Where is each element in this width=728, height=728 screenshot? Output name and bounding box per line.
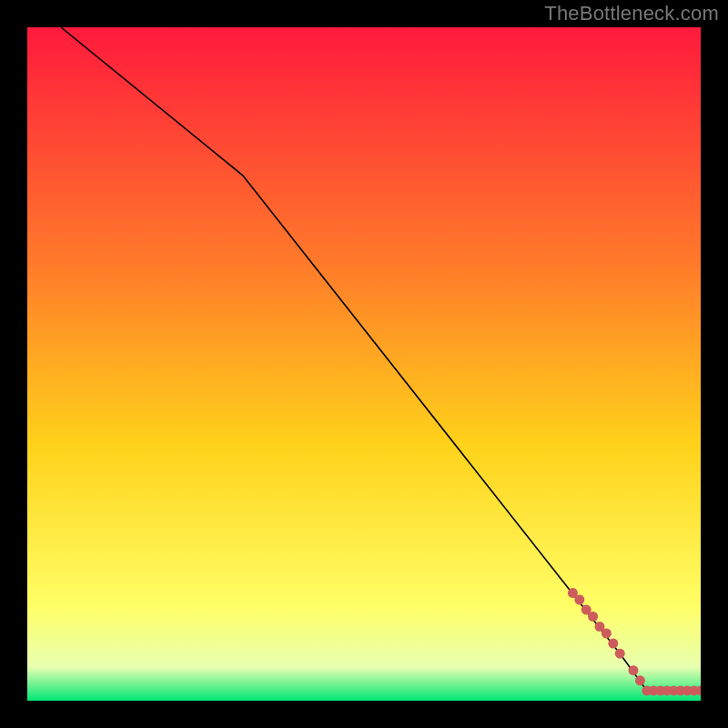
curve-marker <box>602 629 612 639</box>
curve-marker <box>629 665 639 675</box>
curve-marker <box>574 595 584 605</box>
curve-marker <box>608 639 618 649</box>
curve-marker <box>615 649 625 659</box>
curve-marker <box>635 675 645 685</box>
curve-marker <box>588 612 598 622</box>
chart-frame: TheBottleneck.com <box>0 0 728 728</box>
gradient-background <box>27 27 701 701</box>
watermark-text: TheBottleneck.com <box>544 2 719 25</box>
plot-area <box>27 27 701 701</box>
